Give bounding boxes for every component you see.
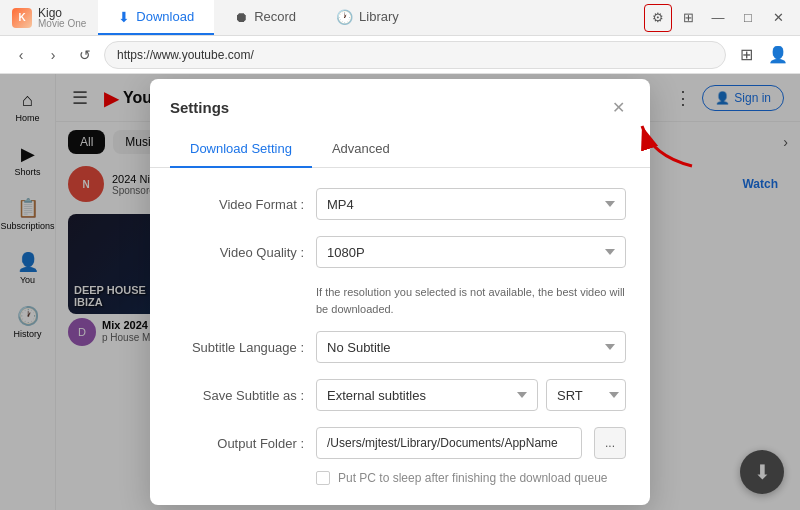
- subtitle-format-select[interactable]: SRTASSVTT: [546, 379, 626, 411]
- record-tab-icon: ⏺: [234, 9, 248, 25]
- titlebar: K Kigo Movie One ⬇ Download ⏺ Record 🕐 L…: [0, 0, 800, 36]
- close-button[interactable]: ✕: [764, 4, 792, 32]
- browser-content: ⌂ Home ▶ Shorts 📋 Subscriptions 👤 You 🕐 …: [0, 74, 800, 510]
- output-folder-input[interactable]: [316, 427, 582, 459]
- toolbar-icons: ⊞ 👤: [732, 41, 792, 69]
- save-subtitle-row: Save Subtitle as : External subtitlesEmb…: [174, 379, 626, 411]
- maximize-button[interactable]: □: [734, 4, 762, 32]
- output-folder-row: Output Folder : ...: [174, 427, 626, 459]
- video-quality-label: Video Quality :: [174, 245, 304, 260]
- save-subtitle-label: Save Subtitle as :: [174, 388, 304, 403]
- sleep-row: Put PC to sleep after finishing the down…: [316, 471, 626, 485]
- tab-download[interactable]: ⬇ Download: [98, 0, 214, 35]
- gear-button[interactable]: ⚙: [644, 4, 672, 32]
- output-folder-label: Output Folder :: [174, 436, 304, 451]
- record-tab-label: Record: [254, 9, 296, 24]
- url-input[interactable]: [104, 41, 726, 69]
- modal-tabs: Download Setting Advanced: [150, 131, 650, 168]
- modal-header: Settings ✕: [150, 79, 650, 119]
- user-icon[interactable]: 👤: [764, 41, 792, 69]
- video-quality-select[interactable]: 4K1080P720P480P: [316, 236, 626, 268]
- video-format-select[interactable]: MP4MKVAVIMOV: [316, 188, 626, 220]
- subtitle-language-select[interactable]: No SubtitleEnglishSpanish: [316, 331, 626, 363]
- sleep-checkbox[interactable]: [316, 471, 330, 485]
- modal-overlay: Settings ✕ Download Setting Advanced Vid…: [0, 74, 800, 510]
- app-name: Kigo: [38, 7, 86, 19]
- modal-close-button[interactable]: ✕: [606, 95, 630, 119]
- subtitle-language-label: Subtitle Language :: [174, 340, 304, 355]
- app-subtitle: Movie One: [38, 19, 86, 29]
- sleep-label: Put PC to sleep after finishing the down…: [338, 471, 608, 485]
- minimize-button[interactable]: —: [704, 4, 732, 32]
- library-tab-label: Library: [359, 9, 399, 24]
- app-logo: K Kigo Movie One: [0, 7, 98, 29]
- modal-tab-download[interactable]: Download Setting: [170, 131, 312, 168]
- titlebar-tabs: ⬇ Download ⏺ Record 🕐 Library: [98, 0, 636, 35]
- modal-title: Settings: [170, 99, 229, 116]
- tab-library[interactable]: 🕐 Library: [316, 0, 419, 35]
- kigo-icon: K: [12, 8, 32, 28]
- browse-button[interactable]: ...: [594, 427, 626, 459]
- tab-record[interactable]: ⏺ Record: [214, 0, 316, 35]
- video-format-row: Video Format : MP4MKVAVIMOV: [174, 188, 626, 220]
- save-subtitle-select[interactable]: External subtitlesEmbedded subtitles: [316, 379, 538, 411]
- grid-button[interactable]: ⊞: [674, 4, 702, 32]
- app-name-group: Kigo Movie One: [38, 7, 86, 29]
- video-quality-row: Video Quality : 4K1080P720P480P: [174, 236, 626, 268]
- library-tab-icon: 🕐: [336, 9, 353, 25]
- subtitle-language-row: Subtitle Language : No SubtitleEnglishSp…: [174, 331, 626, 363]
- back-button[interactable]: ‹: [8, 42, 34, 68]
- forward-button[interactable]: ›: [40, 42, 66, 68]
- grid-view-button[interactable]: ⊞: [732, 41, 760, 69]
- download-tab-label: Download: [136, 9, 194, 24]
- refresh-button[interactable]: ↺: [72, 42, 98, 68]
- modal-body: Video Format : MP4MKVAVIMOV Video Qualit…: [150, 168, 650, 505]
- settings-modal: Settings ✕ Download Setting Advanced Vid…: [150, 79, 650, 505]
- video-format-label: Video Format :: [174, 197, 304, 212]
- addressbar: ‹ › ↺ ⊞ 👤: [0, 36, 800, 74]
- window-controls: ⚙ ⊞ — □ ✕: [636, 4, 800, 32]
- modal-tab-advanced[interactable]: Advanced: [312, 131, 410, 168]
- download-tab-icon: ⬇: [118, 9, 130, 25]
- quality-hint: If the resolution you selected is not av…: [316, 284, 626, 317]
